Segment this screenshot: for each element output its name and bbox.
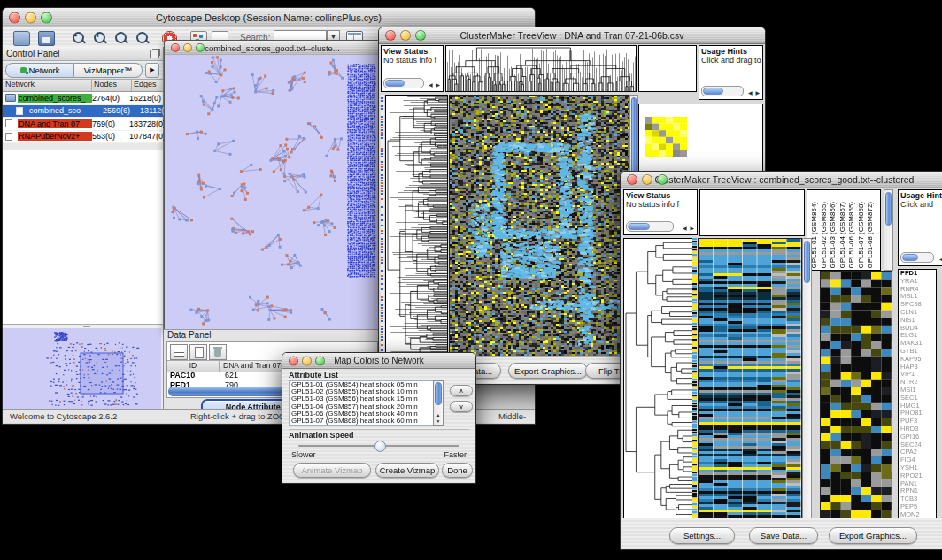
create-vizmap-button[interactable]: Create Vizmap <box>375 463 439 478</box>
usage-hints-scrollbar[interactable] <box>900 252 934 263</box>
gene-list-panel: PFD1YRA1RNR4MSL1SPC98CLN1NIS1BUD4ELG1MAK… <box>898 269 937 520</box>
network-view-title: combined_scores_good.txt--cluste... <box>205 43 340 53</box>
scroll-arrows[interactable]: ◀ ▶ <box>748 89 761 96</box>
view-status-scrollbar[interactable] <box>626 221 674 232</box>
scroll-arrows[interactable]: ◀ ▶ <box>683 225 695 231</box>
faster-label: Faster <box>444 450 467 459</box>
attribute-list: GPL51-01 (GSM854) heat shock 05 minGPL51… <box>289 380 444 426</box>
animation-speed-slider[interactable] <box>298 445 459 447</box>
minimize-button[interactable] <box>25 12 36 24</box>
network-table-row[interactable]: RNAPuberNov2+ 563(0) 107847(0) <box>3 131 163 144</box>
tab-vizmapper[interactable]: VizMapper™ <box>74 63 143 78</box>
network-item-icon <box>5 94 16 102</box>
attribute-item[interactable]: GPL51-07 (GSM868) heat shock 60 min <box>290 418 443 425</box>
minimize-button[interactable] <box>642 174 652 185</box>
network-item-icon <box>5 133 12 141</box>
move-up-button[interactable]: ∧ <box>450 385 473 396</box>
move-down-button[interactable]: ∨ <box>450 401 473 412</box>
usage-hints-panel: Usage Hints Click and drag to ◀ ▶ <box>699 45 763 100</box>
heatmap-panel[interactable] <box>449 95 629 357</box>
scroll-down-arrow[interactable]: ▼ <box>434 418 443 424</box>
row-dendrogram-panel[interactable] <box>623 238 693 518</box>
heatmap-canvas[interactable] <box>450 96 629 356</box>
view-status-text: No status info f <box>382 56 443 65</box>
network-table-row[interactable]: DNA and Tran 07 769(0) 183728(0) <box>3 118 163 131</box>
gene-matrix-heatmap[interactable] <box>645 117 687 157</box>
network-item-icon <box>16 107 23 115</box>
heatmap-canvas[interactable] <box>699 239 801 518</box>
data-file-icon[interactable] <box>189 344 207 360</box>
row-dendrogram-panel[interactable] <box>385 95 448 357</box>
usage-hints-panel: Usage Hints Click and ◀ ▶ <box>898 189 942 266</box>
minimize-button[interactable] <box>400 30 411 41</box>
usage-hints-scrollbar[interactable] <box>701 86 744 96</box>
row-dendrogram-canvas[interactable] <box>386 96 447 356</box>
heatmap-vscrollbar[interactable] <box>802 238 812 518</box>
export-graphics-button[interactable]: Export Graphics... <box>508 363 588 379</box>
network-canvas[interactable] <box>165 55 378 329</box>
tab-network[interactable]: Network <box>5 63 74 78</box>
zoom-selected-icon[interactable] <box>135 31 149 44</box>
selection-tick-strip <box>381 95 384 357</box>
heatmap-panel[interactable] <box>698 238 802 518</box>
close-button[interactable] <box>627 174 637 185</box>
view-status-title: View Status <box>382 46 443 56</box>
scroll-up-arrow[interactable]: ▲ <box>434 412 443 418</box>
column-labels: GPL51-01 (GSM854)GPL51-02 (GSM855)GPL51-… <box>811 190 876 269</box>
column-dendrogram-canvas[interactable] <box>446 46 636 91</box>
column-dendrogram-panel[interactable] <box>445 45 637 92</box>
birds-eye-view[interactable] <box>3 328 161 410</box>
zoom-fit-icon[interactable] <box>114 31 127 44</box>
close-button[interactable] <box>171 43 180 52</box>
zoom-out-icon[interactable]: - <box>72 31 85 44</box>
zoom-button[interactable] <box>657 174 668 185</box>
column-label: GPL51-01 (GSM854) <box>811 202 821 269</box>
selected-genes-heatmap[interactable] <box>821 272 892 518</box>
view-status-title: View Status <box>624 190 697 200</box>
tab-overflow-button[interactable]: ▶ <box>145 63 159 78</box>
main-titlebar[interactable]: Cytoscape Desktop (Session Name: collins… <box>3 8 535 28</box>
scroll-arrows[interactable]: ◀ ▶ <box>429 81 441 88</box>
usage-hints-title: Usage Hints <box>899 190 942 200</box>
data-table-icon[interactable] <box>170 344 188 360</box>
zoom-button[interactable] <box>41 12 52 24</box>
slider-thumb[interactable] <box>374 441 386 452</box>
network-table-rows: combined_scores_ 2764(0) 16218(0) combin… <box>3 92 163 143</box>
open-session-icon[interactable] <box>13 31 30 46</box>
trash-icon[interactable] <box>209 344 227 360</box>
usage-hints-text: Click and drag to <box>699 56 762 65</box>
close-button[interactable] <box>385 30 396 41</box>
labels-vscrollbar[interactable] <box>884 189 893 271</box>
network-table-row[interactable]: combined_sco 2569(6) 13112(15) <box>3 105 163 119</box>
done-button[interactable]: Done <box>442 463 473 478</box>
view-status-panel: View Status No status info f ◀ ▶ <box>623 189 698 235</box>
minimize-button[interactable] <box>302 356 312 365</box>
treeview-clustered-title: ClusterMaker TreeView : combined_scores_… <box>655 174 923 185</box>
zoom-button[interactable] <box>415 30 426 41</box>
zoom-button[interactable] <box>196 43 205 52</box>
save-session-icon[interactable] <box>38 31 55 46</box>
usage-hints-title: Usage Hints <box>699 46 762 56</box>
close-button[interactable] <box>289 356 298 365</box>
view-status-scrollbar[interactable] <box>383 78 424 88</box>
animate-vizmap-button[interactable]: Animate Vizmap <box>293 463 371 478</box>
export-graphics-button[interactable]: Export Graphics... <box>829 527 917 544</box>
float-panel-icon[interactable] <box>150 50 159 58</box>
minimize-button[interactable] <box>183 43 192 52</box>
settings-button[interactable]: Settings... <box>669 527 735 544</box>
window-controls <box>9 12 52 24</box>
attribute-list-scrollbar[interactable]: ▲ ▼ <box>433 380 444 426</box>
row-dendrogram-canvas[interactable] <box>624 239 692 518</box>
network-table-row[interactable]: combined_scores_ 2764(0) 16218(0) <box>3 92 163 105</box>
zoom-in-icon[interactable]: + <box>93 31 106 44</box>
selected-genes-heatmap-panel[interactable] <box>820 271 892 518</box>
network-table-header: Network Nodes Edges <box>3 79 163 92</box>
close-button[interactable] <box>9 12 20 24</box>
map-colors-dialog: Map Colors to Network Attribute List GPL… <box>282 352 476 484</box>
attribute-list-label: Attribute List <box>289 371 338 380</box>
save-data-button[interactable]: Save Data... <box>749 527 818 544</box>
zoom-button[interactable] <box>315 356 325 365</box>
column-dendrogram-panel[interactable] <box>699 189 805 236</box>
treeview-clustered-footer: Settings... Save Data... Export Graphics… <box>621 518 942 549</box>
treeview-dna-title: ClusterMaker TreeView : DNA and Tran 07-… <box>459 30 683 41</box>
